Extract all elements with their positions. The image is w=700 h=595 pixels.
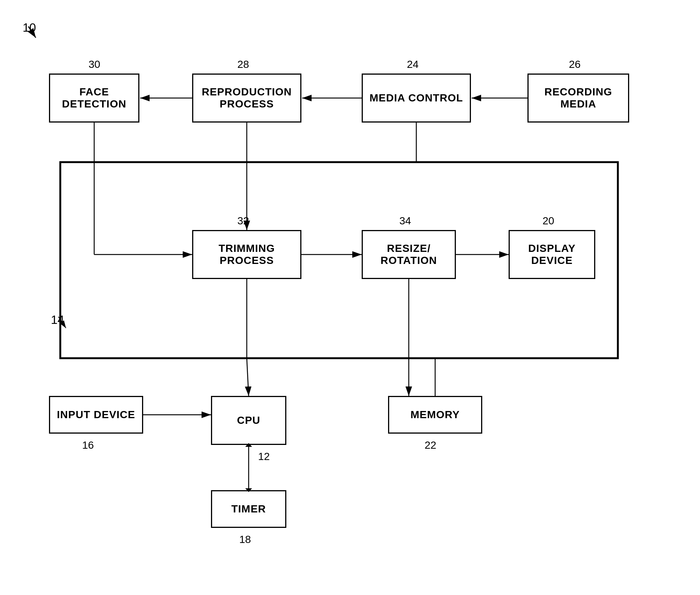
block-memory-label: MEMORY	[411, 409, 460, 421]
block-media-control-label: MEDIA CONTROL	[370, 92, 463, 104]
block-recording-media: RECORDING MEDIA	[527, 74, 629, 123]
block-display-device-label: DISPLAY DEVICE	[528, 242, 576, 267]
block-trimming-process: TRIMMING PROCESS	[192, 230, 301, 279]
diagram-container: 10 FACE DETECTION 30 REPRODUCTION PROCES…	[0, 0, 700, 595]
block-timer: TIMER	[211, 490, 286, 528]
label-34: 34	[399, 215, 411, 227]
block-cpu-label: CPU	[237, 414, 260, 426]
block-input-device: INPUT DEVICE	[49, 396, 143, 434]
block-input-device-label: INPUT DEVICE	[57, 409, 135, 421]
label-14: 14	[51, 313, 64, 327]
block-trimming-label: TRIMMING PROCESS	[219, 242, 275, 267]
block-timer-label: TIMER	[231, 503, 266, 515]
block-reproduction-process: REPRODUCTION PROCESS	[192, 74, 301, 123]
label-12: 12	[258, 451, 270, 463]
svg-line-19	[247, 358, 249, 396]
block-resize-rotation: RESIZE/ ROTATION	[362, 230, 456, 279]
block-reproduction-label: REPRODUCTION PROCESS	[202, 86, 292, 110]
label-18: 18	[239, 534, 251, 546]
block-recording-media-label: RECORDING MEDIA	[544, 86, 612, 110]
label-22: 22	[425, 439, 436, 451]
label-30: 30	[89, 58, 100, 71]
block-memory: MEMORY	[388, 396, 482, 434]
label-24: 24	[407, 58, 419, 71]
label-20: 20	[543, 215, 554, 227]
label-26: 26	[569, 58, 581, 71]
block-resize-rotation-label: RESIZE/ ROTATION	[381, 242, 437, 267]
label-28: 28	[237, 58, 249, 71]
block-display-device: DISPLAY DEVICE	[509, 230, 595, 279]
label-32: 32	[237, 215, 249, 227]
block-cpu: CPU	[211, 396, 286, 445]
block-media-control: MEDIA CONTROL	[362, 74, 471, 123]
label-10: 10	[23, 21, 36, 35]
block-face-detection: FACE DETECTION	[49, 74, 139, 123]
block-face-detection-label: FACE DETECTION	[62, 86, 127, 110]
label-16: 16	[82, 439, 94, 451]
